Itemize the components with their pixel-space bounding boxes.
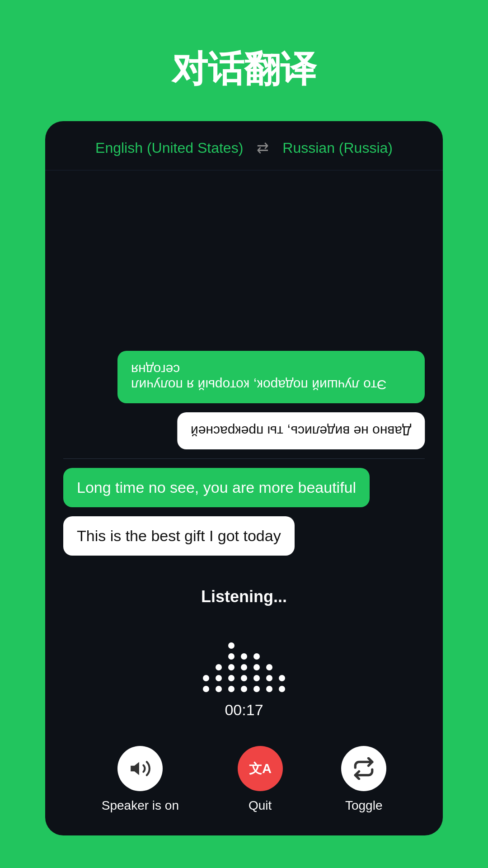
wave-dot <box>241 653 247 660</box>
bottom-controls: Speaker is on 文A Quit Toggle <box>45 737 443 835</box>
wave-col <box>216 664 222 692</box>
translate-icon: 文A <box>249 757 272 780</box>
wave-dot <box>216 664 222 670</box>
list-item: Long time no see, you are more beautiful <box>63 468 370 507</box>
normal-messages: Long time no see, you are more beautiful… <box>63 468 425 556</box>
page-title: 对话翻译 <box>172 45 316 94</box>
toggle-icon <box>352 757 375 780</box>
wave-dot <box>228 642 235 649</box>
toggle-button[interactable] <box>341 746 386 791</box>
wave-col <box>279 675 285 692</box>
wave-dot <box>266 664 272 670</box>
quit-button[interactable]: 文A <box>238 746 283 791</box>
wave-dot <box>228 653 235 660</box>
list-item: This is the best gift I got today <box>63 516 295 556</box>
wave-dot <box>228 664 235 670</box>
wave-col <box>253 653 260 692</box>
listening-label: Listening... <box>201 587 287 606</box>
wave-dot <box>216 675 222 681</box>
source-language[interactable]: English (United States) <box>95 140 243 156</box>
list-item: Давно не виделись, ты прекрасней <box>177 412 425 449</box>
wave-dot <box>216 686 222 692</box>
quit-control: 文A Quit <box>238 746 283 813</box>
timer-display: 00:17 <box>225 701 263 719</box>
wave-dot <box>203 675 209 681</box>
wave-dot <box>228 686 235 692</box>
waveform <box>203 620 285 692</box>
speaker-control: Speaker is on <box>102 746 179 813</box>
quit-label: Quit <box>249 798 272 813</box>
chat-divider <box>63 458 425 459</box>
toggle-label: Toggle <box>345 798 383 813</box>
main-card: English (United States) ⇄ Russian (Russi… <box>45 121 443 835</box>
swap-icon[interactable]: ⇄ <box>257 139 269 156</box>
speaker-icon <box>129 757 151 780</box>
toggle-control: Toggle <box>341 746 386 813</box>
list-item: Это лучший подарок, который я получил се… <box>117 351 425 403</box>
wave-dot <box>203 686 209 692</box>
wave-dot <box>279 686 285 692</box>
wave-dot <box>266 675 272 681</box>
wave-dot <box>253 675 260 681</box>
speaker-label: Speaker is on <box>102 798 179 813</box>
listening-area: Listening... <box>45 578 443 737</box>
flipped-messages: Это лучший подарок, который я получил се… <box>63 351 425 449</box>
wave-col <box>241 653 247 692</box>
wave-dot <box>241 675 247 681</box>
language-bar: English (United States) ⇄ Russian (Russi… <box>45 121 443 170</box>
wave-col <box>228 642 235 692</box>
wave-dot <box>266 686 272 692</box>
target-language[interactable]: Russian (Russia) <box>282 140 393 156</box>
svg-text:文A: 文A <box>249 761 272 776</box>
wave-dot <box>253 664 260 670</box>
wave-dot <box>241 664 247 670</box>
wave-dot <box>253 653 260 660</box>
wave-dot <box>253 686 260 692</box>
empty-space <box>63 184 425 351</box>
chat-area: Это лучший подарок, который я получил се… <box>45 170 443 578</box>
wave-col <box>203 675 209 692</box>
wave-dot <box>279 675 285 681</box>
wave-dot <box>241 686 247 692</box>
wave-col <box>266 664 272 692</box>
speaker-button[interactable] <box>117 746 163 791</box>
wave-dot <box>228 675 235 681</box>
